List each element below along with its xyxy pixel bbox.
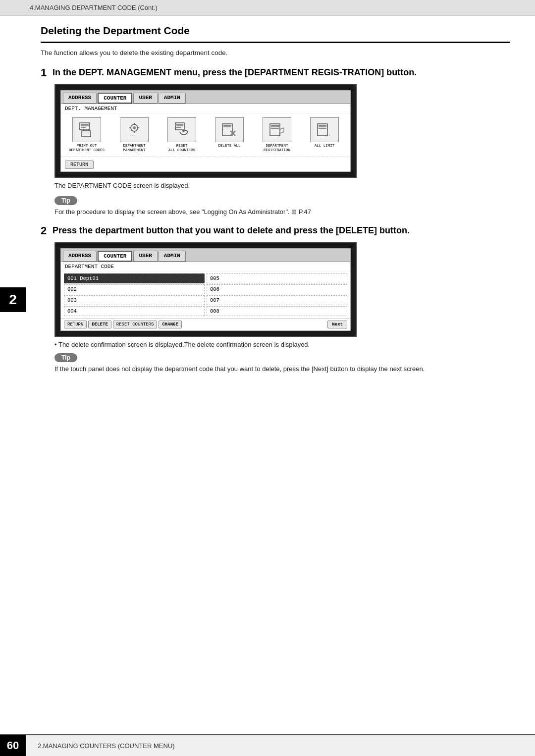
icon1-label: PRINT OUTDEPARTMENT CODES — [69, 144, 105, 153]
dept-006[interactable]: 006 — [207, 284, 347, 294]
step2-sidebar-marker: 2 — [0, 287, 26, 312]
dept-002[interactable]: 002 — [64, 284, 205, 294]
step2-container: 2 Press the department button that you w… — [41, 224, 510, 348]
dept-008[interactable]: 008 — [207, 306, 347, 316]
delete-btn[interactable]: DELETE — [88, 321, 111, 328]
step1-number: 1 — [41, 66, 50, 79]
icon-reset-counters[interactable]: RESETALL COUNTERS — [162, 117, 201, 153]
tip1-text: For the procedure to display the screen … — [54, 208, 510, 216]
step2-note: • The delete confirmation screen is disp… — [54, 341, 510, 348]
svg-rect-1 — [81, 124, 89, 125]
svg-rect-25 — [271, 125, 279, 126]
svg-rect-27 — [271, 128, 279, 129]
tab-user-1[interactable]: USER — [133, 93, 157, 104]
bottom-label: 2.MANAGING COUNTERS (COUNTER MENU) — [38, 742, 175, 750]
tip2-badge: Tip — [54, 353, 77, 362]
step2-number: 2 — [41, 224, 50, 237]
svg-rect-15 — [176, 124, 183, 125]
step1-note: The DEPARTMENT CODE screen is displayed. — [54, 182, 510, 189]
icon-dept-mgmt[interactable]: * * * DEPARTMENTMANAGEMENT — [115, 117, 154, 153]
dept-004[interactable]: 004 — [64, 306, 205, 316]
svg-rect-17 — [176, 127, 181, 128]
svg-rect-21 — [223, 126, 231, 127]
step2-text: Press the department button that you wan… — [53, 224, 410, 236]
dept-003[interactable]: 003 — [64, 295, 205, 305]
reset-counters-btn[interactable]: RESET COUNTERS — [113, 321, 158, 328]
return-btn-2[interactable]: RETURN — [64, 321, 87, 328]
bottom-bar: 60 2.MANAGING COUNTERS (COUNTER MENU) — [0, 734, 535, 756]
tip1-badge: Tip — [54, 196, 77, 205]
icon-print-dept[interactable]: PRINT OUTDEPARTMENT CODES — [67, 117, 106, 153]
icon3-label: RESETALL COUNTERS — [168, 144, 195, 153]
tab-user-2[interactable]: USER — [133, 251, 157, 262]
screen-mockup-2: ADDRESS COUNTER USER ADMIN DEPARTMENT CO… — [54, 242, 357, 337]
svg-rect-2 — [81, 125, 89, 126]
dept-007[interactable]: 007 — [207, 295, 347, 305]
breadcrumb: 4.MANAGING DEPARTMENT CODE (Cont.) — [30, 4, 158, 11]
tab-address-2[interactable]: ADDRESS — [63, 251, 97, 262]
screen1-label: DEPT. MANAGEMENT — [61, 104, 350, 113]
tip1-box: Tip For the procedure to display the scr… — [54, 196, 510, 216]
icon-all-limit[interactable]: * * ALL LIMIT — [305, 117, 344, 153]
icon5-label: DEPARTMENTREGISTRATION — [264, 144, 290, 153]
icon-delete-all[interactable]: DELETE ALL — [210, 117, 249, 153]
section-title: Deleting the Department Code — [41, 25, 510, 43]
tab-admin-1[interactable]: ADMIN — [159, 93, 186, 104]
svg-rect-34 — [319, 128, 326, 129]
svg-text:* *: * * — [326, 134, 330, 137]
screen-mockup-1: ADDRESS COUNTER USER ADMIN DEPT. MANAGEM… — [54, 84, 357, 178]
icon4-label: DELETE ALL — [218, 144, 240, 148]
step1-container: 1 In the DEPT. MANAGEMENT menu, press th… — [41, 66, 510, 189]
tip2-box: Tip If the touch panel does not display … — [54, 353, 510, 373]
change-btn[interactable]: CHANGE — [159, 321, 181, 328]
svg-rect-3 — [81, 127, 86, 128]
svg-rect-33 — [319, 126, 326, 127]
svg-text:* * *: * * * — [130, 134, 135, 137]
tab-admin-2[interactable]: ADMIN — [159, 251, 186, 262]
screen2-label: DEPARTMENT CODE — [61, 262, 350, 271]
svg-rect-16 — [176, 125, 183, 126]
step1-text: In the DEPT. MANAGEMENT menu, press the … — [53, 66, 417, 78]
svg-rect-32 — [319, 125, 326, 126]
tip2-text: If the touch panel does not display the … — [54, 365, 510, 373]
dept-001[interactable]: 001 Dept01 — [64, 273, 205, 283]
return-btn-1[interactable]: RETURN — [65, 161, 94, 169]
svg-rect-20 — [223, 125, 231, 126]
icon-dept-reg[interactable]: DEPARTMENTREGISTRATION — [258, 117, 296, 153]
dept-005[interactable]: 005 — [207, 273, 347, 283]
tab-counter-1[interactable]: COUNTER — [98, 93, 132, 104]
icon6-label: ALL LIMIT — [315, 144, 335, 148]
icon2-label: DEPARTMENTMANAGEMENT — [123, 144, 145, 153]
svg-point-8 — [133, 126, 136, 129]
intro-text: The function allows you to delete the ex… — [41, 49, 510, 56]
tab-counter-2[interactable]: COUNTER — [98, 251, 132, 262]
tab-address-1[interactable]: ADDRESS — [63, 93, 97, 104]
bottom-page-num: 60 — [0, 735, 26, 756]
svg-rect-4 — [82, 131, 91, 137]
svg-rect-26 — [271, 126, 279, 127]
next-btn[interactable]: Next — [327, 321, 347, 328]
